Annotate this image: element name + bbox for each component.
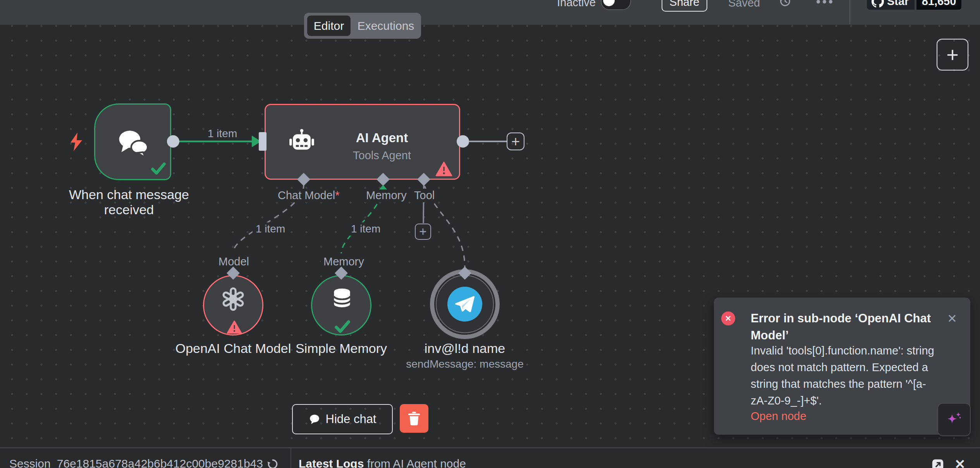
node-simple-memory[interactable] bbox=[311, 275, 371, 336]
telegram-node-label: inv@l!d name bbox=[399, 341, 531, 356]
logs-header-title: Latest Logs from AI Agent node bbox=[299, 457, 466, 468]
more-options-icon[interactable] bbox=[817, 0, 832, 3]
close-logs-icon[interactable]: ✕ bbox=[954, 456, 966, 468]
plus-icon: + bbox=[511, 133, 520, 150]
session-refresh-icon[interactable] bbox=[266, 458, 279, 468]
telegram-icon bbox=[447, 287, 482, 322]
toast-close-icon[interactable]: ✕ bbox=[945, 311, 959, 325]
trigger-output-connector[interactable] bbox=[167, 135, 179, 148]
toast-message: Invalid 'tools[0].function.name': string… bbox=[751, 342, 941, 409]
session-label: Session76e1815a678a42b6b412c00be9281b43 bbox=[9, 457, 263, 468]
trigger-bolt-icon bbox=[69, 132, 84, 152]
trigger-node-label: When chat message received bbox=[63, 187, 195, 217]
github-icon bbox=[872, 0, 884, 8]
model-connection-count: 1 item bbox=[253, 222, 288, 236]
github-star-count[interactable]: 81,650 bbox=[916, 0, 962, 10]
openai-icon bbox=[219, 285, 248, 313]
model-port-label: Model bbox=[216, 255, 252, 268]
tab-editor[interactable]: Editor bbox=[307, 15, 351, 36]
agent-port-tool-label: Tool bbox=[411, 189, 437, 202]
pop-out-icon[interactable] bbox=[931, 458, 944, 468]
database-icon bbox=[330, 286, 354, 310]
agent-node-subtitle: Tools Agent bbox=[328, 149, 436, 162]
toast-title: Error in sub-node ‘OpenAI Chat Model’ bbox=[751, 310, 942, 344]
agent-input-connector[interactable] bbox=[259, 132, 266, 151]
view-tabs: Editor Executions bbox=[304, 13, 421, 39]
memory-port-arrow bbox=[379, 185, 387, 189]
add-next-node-button[interactable]: + bbox=[507, 132, 524, 150]
history-icon[interactable] bbox=[779, 0, 792, 8]
agent-node-title: AI Agent bbox=[328, 131, 436, 145]
success-check-icon bbox=[151, 162, 166, 175]
plus-icon: + bbox=[419, 224, 426, 239]
agent-warning-icon bbox=[435, 162, 452, 177]
node-openai-chat-model[interactable] bbox=[203, 275, 263, 336]
open-node-link[interactable]: Open node bbox=[751, 410, 806, 423]
chat-bubbles-icon bbox=[115, 129, 151, 158]
github-star-label: Star bbox=[887, 0, 909, 8]
toggle-knob bbox=[603, 0, 615, 6]
add-tool-button[interactable]: + bbox=[415, 224, 431, 240]
error-circle-icon: ✕ bbox=[721, 311, 735, 325]
memory-connection-count: 1 item bbox=[348, 222, 383, 236]
share-button[interactable]: Share bbox=[662, 0, 707, 12]
tab-executions[interactable]: Executions bbox=[354, 15, 418, 36]
node-ai-agent[interactable]: AI Agent Tools Agent bbox=[265, 104, 460, 180]
memory-check-icon bbox=[334, 320, 351, 334]
openai-warning-icon bbox=[227, 320, 242, 334]
plus-icon: + bbox=[946, 43, 959, 67]
active-toggle[interactable] bbox=[601, 0, 631, 10]
agent-output-connector[interactable] bbox=[457, 135, 469, 148]
memory-node-label: Simple Memory bbox=[275, 341, 407, 356]
chat-bubble-icon bbox=[309, 414, 320, 425]
agent-port-chat-model-label: Chat Model* bbox=[275, 189, 342, 202]
github-star-button[interactable]: Star bbox=[867, 0, 915, 10]
sparkle-icon bbox=[945, 410, 963, 429]
agent-node-titles: AI Agent Tools Agent bbox=[328, 131, 436, 162]
top-bar: Inactive Share Saved Star 81,650 bbox=[0, 0, 980, 25]
memory-port-label: Memory bbox=[321, 255, 367, 268]
clear-chat-button[interactable] bbox=[400, 404, 428, 433]
open-nodes-panel-button[interactable]: + bbox=[937, 39, 968, 71]
main-connection-count: 1 item bbox=[205, 127, 240, 140]
session-id: 76e1815a678a42b6b412c00be9281b43 bbox=[57, 457, 263, 468]
topbar-divider bbox=[849, 0, 850, 24]
hide-chat-button[interactable]: Hide chat bbox=[292, 404, 393, 434]
agent-port-memory-label: Memory bbox=[363, 189, 409, 202]
logs-header-divider bbox=[291, 448, 291, 468]
robot-icon bbox=[287, 128, 316, 156]
node-chat-trigger[interactable] bbox=[94, 103, 171, 180]
hide-chat-label: Hide chat bbox=[326, 412, 377, 426]
trash-icon bbox=[407, 411, 421, 426]
inactive-label: Inactive bbox=[557, 0, 596, 9]
ai-assistant-button[interactable] bbox=[937, 403, 971, 436]
saved-status: Saved bbox=[728, 0, 760, 9]
node-telegram[interactable] bbox=[436, 275, 494, 333]
telegram-node-subtitle: sendMessage: message bbox=[399, 358, 531, 370]
